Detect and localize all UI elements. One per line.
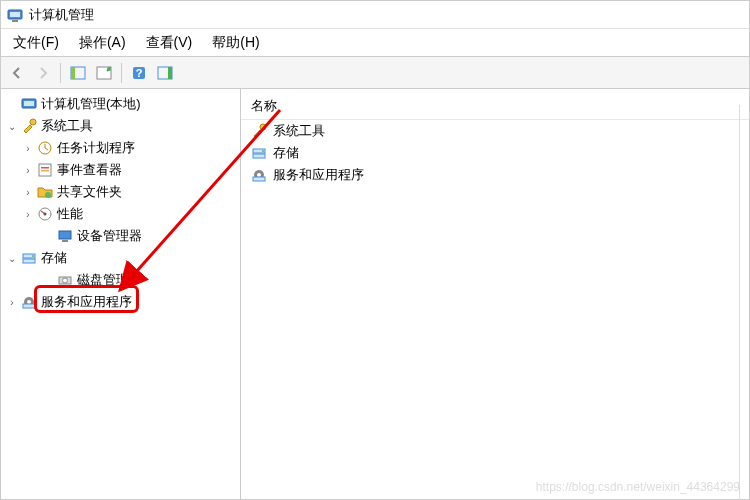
menu-action[interactable]: 操作(A) [71,32,134,54]
tree-system-tools[interactable]: ⌄ 系统工具 [1,115,240,137]
tree-label: 计算机管理(本地) [41,95,141,113]
tree-label: 任务计划程序 [57,139,135,157]
main-area: 计算机管理(本地) ⌄ 系统工具 › 任务计划程序 [1,89,749,499]
svg-rect-37 [253,177,265,181]
expand-icon[interactable]: › [21,207,35,221]
properties-button[interactable] [92,61,116,85]
svg-rect-2 [12,20,18,22]
svg-rect-22 [62,240,68,242]
expander-icon [5,97,19,111]
nav-tree: 计算机管理(本地) ⌄ 系统工具 › 任务计划程序 [1,93,240,313]
tree-task-scheduler[interactable]: › 任务计划程序 [1,137,240,159]
list-item-services-apps[interactable]: 服务和应用程序 [241,164,749,186]
menubar: 文件(F) 操作(A) 查看(V) 帮助(H) [1,29,749,57]
expand-icon[interactable]: › [21,141,35,155]
svg-point-34 [262,150,264,152]
collapse-icon[interactable]: ⌄ [5,119,19,133]
svg-text:?: ? [136,67,143,79]
list-label: 系统工具 [273,122,325,140]
tree-label: 设备管理器 [77,227,142,245]
action-pane-button[interactable] [153,61,177,85]
svg-point-18 [45,192,51,198]
svg-rect-1 [10,12,20,17]
menu-view[interactable]: 查看(V) [138,32,201,54]
disk-icon [57,272,73,288]
menu-file[interactable]: 文件(F) [5,32,67,54]
collapse-icon[interactable]: ⌄ [5,251,19,265]
computer-management-window: 计算机管理 文件(F) 操作(A) 查看(V) 帮助(H) ? 计算机管理(本地… [0,0,750,500]
svg-rect-4 [71,67,75,79]
clock-icon [37,140,53,156]
tree-root[interactable]: 计算机管理(本地) [1,93,240,115]
services-icon [251,167,267,183]
svg-point-20 [44,213,47,216]
device-icon [57,228,73,244]
svg-point-29 [27,300,31,304]
performance-icon [37,206,53,222]
tree-label: 服务和应用程序 [41,293,132,311]
tools-icon [251,123,267,139]
help-button[interactable]: ? [127,61,151,85]
tree-services-apps[interactable]: › 服务和应用程序 [1,291,240,313]
expander-icon [41,229,55,243]
back-button[interactable] [5,61,29,85]
svg-point-6 [107,67,111,71]
show-hide-button[interactable] [66,61,90,85]
tree-label: 事件查看器 [57,161,122,179]
expander-icon [41,273,55,287]
svg-point-13 [30,119,36,125]
svg-point-25 [32,255,34,257]
list-label: 存储 [273,144,299,162]
svg-rect-24 [23,259,35,263]
toolbar-separator-2 [121,63,122,83]
tree-label: 共享文件夹 [57,183,122,201]
window-title: 计算机管理 [29,6,94,24]
menu-help[interactable]: 帮助(H) [204,32,267,54]
tree-performance[interactable]: › 性能 [1,203,240,225]
titlebar: 计算机管理 [1,1,749,29]
svg-rect-21 [59,231,71,239]
column-header-name[interactable]: 名称 [241,93,749,120]
expand-icon[interactable]: › [21,163,35,177]
toolbar-separator [60,63,61,83]
svg-point-31 [260,124,266,130]
tree-storage[interactable]: ⌄ 存储 [1,247,240,269]
tree-label: 系统工具 [41,117,93,135]
tree-disk-management[interactable]: 磁盘管理 [1,269,240,291]
tree-label: 磁盘管理 [77,271,129,289]
list-item-storage[interactable]: 存储 [241,142,749,164]
svg-rect-17 [41,170,49,172]
expand-icon[interactable]: › [5,295,19,309]
folder-share-icon [37,184,53,200]
tools-icon [21,118,37,134]
svg-rect-33 [253,154,265,158]
storage-icon [21,250,37,266]
list-item-system-tools[interactable]: 系统工具 [241,120,749,142]
storage-icon [251,145,267,161]
tree-shared-folders[interactable]: › 共享文件夹 [1,181,240,203]
tree-panel: 计算机管理(本地) ⌄ 系统工具 › 任务计划程序 [1,89,241,499]
right-divider [739,105,740,500]
svg-rect-12 [24,101,34,106]
services-icon [21,294,37,310]
svg-point-36 [257,173,261,177]
list-label: 服务和应用程序 [273,166,364,184]
app-icon [7,7,23,23]
toolbar: ? [1,57,749,89]
content-panel: 名称 系统工具 存储 服务和应用程序 [241,89,749,499]
svg-point-27 [63,278,68,283]
forward-button[interactable] [31,61,55,85]
tree-label: 存储 [41,249,67,267]
svg-rect-16 [41,167,49,169]
svg-rect-10 [168,67,172,79]
event-icon [37,162,53,178]
expand-icon[interactable]: › [21,185,35,199]
tree-device-manager[interactable]: 设备管理器 [1,225,240,247]
svg-rect-30 [23,304,35,308]
computer-icon [21,96,37,112]
tree-event-viewer[interactable]: › 事件查看器 [1,159,240,181]
tree-label: 性能 [57,205,83,223]
